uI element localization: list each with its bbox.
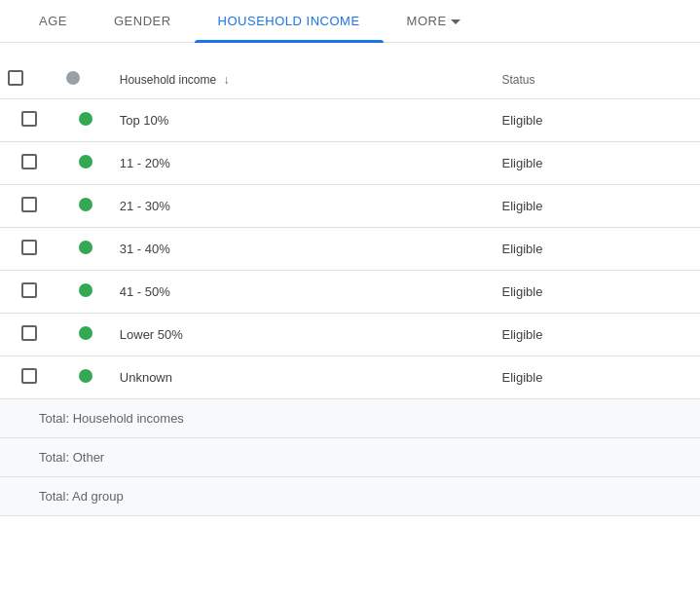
row-status-dot (79, 369, 92, 383)
row-checkbox[interactable] (21, 154, 37, 169)
row-checkbox[interactable] (21, 325, 37, 341)
header-name-label: Household income (120, 73, 216, 87)
row-status-dot (79, 112, 92, 126)
tab-gender[interactable]: GENDER (91, 0, 195, 42)
row-checkbox-cell (0, 99, 58, 142)
tab-household-income[interactable]: HOUSEHOLD INCOME (195, 0, 384, 42)
row-checkbox[interactable] (21, 240, 37, 255)
sort-arrow-icon: ↓ (224, 73, 230, 87)
row-status: Eligible (495, 314, 701, 356)
row-status-dot (79, 283, 92, 297)
header-dot-cell (58, 58, 111, 99)
table-row: Lower 50% Eligible (0, 314, 700, 356)
row-checkbox-cell (0, 314, 58, 356)
row-name: 31 - 40% (112, 228, 495, 271)
row-checkbox-cell (0, 185, 58, 228)
tab-age[interactable]: AGE (16, 0, 91, 42)
row-name: 21 - 30% (112, 185, 495, 228)
table-header-row: Household income ↓ Status (0, 58, 700, 99)
income-table: Household income ↓ Status Top 10% Eligib… (0, 58, 700, 516)
header-status-dot (66, 71, 80, 85)
row-status: Eligible (495, 228, 701, 271)
row-checkbox-cell (0, 271, 58, 314)
table-row: 31 - 40% Eligible (0, 228, 700, 271)
table-row: Top 10% Eligible (0, 99, 700, 142)
row-checkbox[interactable] (21, 368, 37, 384)
row-dot-cell (58, 142, 111, 185)
row-status: Eligible (495, 99, 701, 142)
row-status-dot (79, 198, 92, 211)
total-household: Total: Household incomes (0, 399, 700, 438)
row-checkbox[interactable] (21, 282, 37, 298)
row-status: Eligible (495, 142, 701, 185)
table-row: 41 - 50% Eligible (0, 271, 700, 314)
row-checkbox[interactable] (21, 197, 37, 212)
row-checkbox-cell (0, 228, 58, 271)
tab-age-label: AGE (39, 14, 67, 28)
row-dot-cell (58, 99, 111, 142)
total-label: Total: Household incomes (0, 399, 700, 438)
row-status: Eligible (495, 356, 701, 399)
tab-bar: AGE GENDER HOUSEHOLD INCOME MORE (0, 0, 700, 43)
row-name: Unknown (112, 356, 495, 399)
header-status-label: Status (502, 73, 535, 87)
row-dot-cell (58, 356, 111, 399)
row-name: 41 - 50% (112, 271, 495, 314)
table-row: 11 - 20% Eligible (0, 142, 700, 185)
row-dot-cell (58, 271, 111, 314)
row-dot-cell (58, 185, 111, 228)
tab-more[interactable]: MORE (384, 0, 484, 42)
header-checkbox[interactable] (8, 70, 23, 86)
chevron-down-icon (451, 19, 461, 24)
row-status: Eligible (495, 185, 701, 228)
tab-more-label: MORE (407, 14, 447, 28)
total-adgroup: Total: Ad group (0, 477, 700, 516)
row-checkbox-cell (0, 142, 58, 185)
table-row: 21 - 30% Eligible (0, 185, 700, 228)
header-status-cell: Status (495, 58, 701, 99)
row-checkbox[interactable] (21, 111, 37, 127)
row-dot-cell (58, 228, 111, 271)
table-row: Unknown Eligible (0, 356, 700, 399)
header-name-cell[interactable]: Household income ↓ (112, 58, 495, 99)
row-status: Eligible (495, 271, 701, 314)
tab-household-income-label: HOUSEHOLD INCOME (218, 14, 360, 28)
row-name: Lower 50% (112, 314, 495, 356)
header-checkbox-cell (0, 58, 58, 99)
row-checkbox-cell (0, 356, 58, 399)
row-name: Top 10% (112, 99, 495, 142)
income-table-container: Household income ↓ Status Top 10% Eligib… (0, 58, 700, 516)
total-label: Total: Other (0, 438, 700, 477)
row-status-dot (79, 155, 92, 168)
table-body: Top 10% Eligible 11 - 20% Eligible 21 - … (0, 99, 700, 516)
row-name: 11 - 20% (112, 142, 495, 185)
tab-gender-label: GENDER (114, 14, 171, 28)
row-status-dot (79, 326, 92, 340)
total-label: Total: Ad group (0, 477, 700, 516)
total-other: Total: Other (0, 438, 700, 477)
row-dot-cell (58, 314, 111, 356)
row-status-dot (79, 241, 92, 254)
